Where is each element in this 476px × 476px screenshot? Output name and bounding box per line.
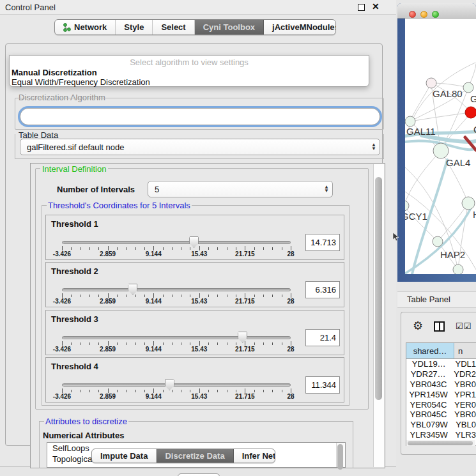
apply-button[interactable]: Apply <box>178 473 220 476</box>
tick-mark <box>163 247 164 250</box>
network-edge[interactable] <box>431 83 468 88</box>
threshold-3-slider-track[interactable] <box>62 336 291 339</box>
tick-mark <box>199 341 200 346</box>
table-row[interactable]: YBR043CYBR0 <box>406 380 476 390</box>
tick-mark <box>181 390 181 392</box>
tick-mark <box>71 247 72 250</box>
tick-label: 2.859 <box>100 346 116 353</box>
table-row[interactable]: YDR27…YDR2 <box>406 369 476 380</box>
tick-mark <box>81 342 81 345</box>
zoom-traffic-light-icon[interactable] <box>432 11 439 18</box>
tick-mark <box>62 388 63 393</box>
table-row[interactable]: YPR145WYPR1 <box>406 389 476 399</box>
threshold-2-value-field[interactable]: 6.316 <box>305 281 340 298</box>
tab-discretize-data[interactable]: Discretize Data <box>157 449 233 463</box>
tick-mark <box>217 390 218 392</box>
tick-mark <box>291 293 291 298</box>
dropdown-option-equal-width-frequency[interactable]: Equal Width/Frequency Discretization <box>11 77 369 87</box>
number-of-intervals-spinner[interactable]: 5 ▲▼ <box>148 181 333 197</box>
tick-label: 9.144 <box>146 346 162 353</box>
tick-mark <box>144 390 145 392</box>
threshold-1-value-field[interactable]: 14.713 <box>305 234 340 251</box>
tick-mark <box>227 295 227 297</box>
threshold-4-slider-track[interactable] <box>62 383 291 387</box>
tick-mark <box>163 295 164 297</box>
tick-label: -3.426 <box>53 346 71 353</box>
spinner-arrows-icon[interactable]: ▲▼ <box>368 143 380 151</box>
cell-name: YBR0 <box>450 410 476 420</box>
tick-mark <box>89 390 90 392</box>
tick-mark <box>62 246 63 250</box>
threshold-4-value-field[interactable]: 11.344 <box>305 376 340 394</box>
dropdown-option-manual-discretization[interactable]: Manual Discretization <box>11 68 369 77</box>
node-label: C <box>473 124 476 135</box>
numerical-attributes-label: Numerical Attributes <box>43 431 124 440</box>
threshold-1-slider-track[interactable] <box>62 241 291 244</box>
tick-mark <box>153 293 154 298</box>
tick-mark <box>163 342 164 345</box>
tick-mark <box>181 342 181 345</box>
network-node-hap2[interactable] <box>433 236 443 247</box>
tick-mark <box>263 342 264 345</box>
interval-fieldset-label: Interval Definition <box>40 164 108 174</box>
tick-mark <box>190 295 190 297</box>
attributes-list-scrollbar-thumb[interactable] <box>337 444 343 470</box>
tab-infer-network[interactable]: Infer Network <box>234 449 275 463</box>
close-traffic-light-icon[interactable] <box>409 11 416 18</box>
minimize-traffic-light-icon[interactable] <box>420 11 427 18</box>
float-window-icon[interactable] <box>358 4 365 11</box>
threshold-3-value-field[interactable]: 21.4 <box>305 329 340 346</box>
network-canvas[interactable]: GAL80GCGAL11GAL4GCY1HHAP2 <box>405 19 476 274</box>
table-horizontal-scrollbar-thumb[interactable] <box>408 441 473 445</box>
attribute-list-item[interactable]: BetweennessCentrality <box>47 464 345 468</box>
threshold-1-slider-thumb[interactable] <box>189 236 199 248</box>
tab-cyni-toolbox[interactable]: Cyni Toolbox <box>195 20 264 35</box>
network-node-gal80[interactable] <box>426 78 436 88</box>
tab-jactivemnodules[interactable]: jActiveMNodules <box>264 20 336 35</box>
node-attribute-table[interactable]: shared… n YDL19…YDL1YDR27…YDR2YBR043CYBR… <box>406 342 476 446</box>
threshold-4-slider-thumb[interactable] <box>165 379 174 390</box>
threshold-2-slider-thumb[interactable] <box>128 284 137 295</box>
tick-mark <box>291 341 291 346</box>
network-node-g[interactable] <box>463 82 473 93</box>
table-row[interactable]: YBR045CYBR0 <box>406 410 476 420</box>
threshold-2-slider-track[interactable] <box>62 288 291 291</box>
table-row[interactable]: YBL079WYBL0 <box>406 420 476 430</box>
close-icon[interactable]: ✕ <box>372 1 380 12</box>
settings-scrollbar-thumb[interactable] <box>375 177 382 400</box>
table-row[interactable]: YER054CYER0 <box>406 399 476 410</box>
tick-label: 2.859 <box>100 250 116 257</box>
checkbox-pair-icon[interactable]: ☑☑ <box>456 321 472 331</box>
threshold-3-slider-thumb[interactable] <box>238 332 247 343</box>
network-node-gal4[interactable] <box>433 143 449 158</box>
table-data-combobox[interactable]: galFiltered.sif default node ▲▼ <box>20 139 380 155</box>
network-node-gal11[interactable] <box>405 116 415 127</box>
spinner-arrows-icon[interactable]: ▲▼ <box>321 185 332 193</box>
gear-icon[interactable]: ⚙ <box>413 319 423 333</box>
tick-mark <box>181 247 181 250</box>
table-data-value: galFiltered.sif default node <box>20 142 368 152</box>
tab-impute-data[interactable]: Impute Data <box>92 449 157 463</box>
tab-network[interactable]: Network <box>55 20 116 35</box>
threshold-4-box: Threshold 4-3.4262.8599.14415.4321.71528… <box>45 357 344 403</box>
tab-select[interactable]: Select <box>153 20 194 35</box>
cell-shared-name: YBR043C <box>406 380 450 390</box>
tick-mark <box>98 295 99 297</box>
tick-mark <box>245 341 245 346</box>
network-graph: GAL80GCGAL11GAL4GCY1HHAP2 <box>405 19 476 274</box>
network-node-h[interactable] <box>462 197 475 210</box>
tab-style[interactable]: Style <box>116 20 153 35</box>
tick-label: 21.715 <box>235 250 255 257</box>
threshold-4-label: Threshold 4 <box>51 362 98 371</box>
network-node[interactable] <box>453 265 463 274</box>
table-row[interactable]: YDL19…YDL1 <box>406 359 476 369</box>
tick-mark <box>89 247 90 250</box>
table-row[interactable]: YLR345WYLR3 <box>406 430 476 440</box>
column-header-name[interactable]: n <box>454 343 476 358</box>
algorithm-combobox[interactable] <box>20 108 380 125</box>
network-node-gcy1[interactable] <box>405 201 409 211</box>
column-header-shared-name[interactable]: shared… <box>406 343 454 358</box>
network-node-c[interactable] <box>465 107 476 118</box>
columns-icon[interactable] <box>434 321 445 332</box>
tick-mark <box>172 342 173 345</box>
